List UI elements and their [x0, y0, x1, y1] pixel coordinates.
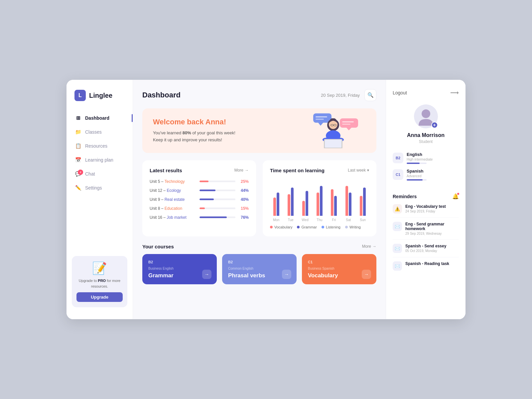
course-name: Grammar — [148, 272, 211, 279]
vocab-bar — [288, 194, 290, 216]
sidebar-item-classes[interactable]: 📁 Classes — [70, 126, 129, 138]
sidebar-label-resources: Resources — [85, 143, 107, 149]
lang-badge: C1 — [393, 169, 403, 180]
result-label: Unit 5 – Technology — [150, 179, 196, 184]
courses-more[interactable]: More → — [362, 244, 376, 249]
legend-grammar: Grammar — [297, 225, 317, 229]
result-pct: 25% — [239, 179, 249, 184]
reminder-icon: ⚠️ — [393, 204, 402, 213]
grammar-bar — [306, 191, 308, 216]
chart-day-label: Sat — [346, 218, 351, 222]
logout-label[interactable]: Logout — [393, 90, 407, 95]
course-sub: Common English — [228, 267, 291, 270]
result-pct: 15% — [239, 206, 249, 211]
chart-bars — [302, 179, 308, 216]
lang-badge: B2 — [393, 153, 403, 163]
courses-title: Your courses — [142, 244, 174, 249]
right-panel: Logout ⟶ + Anna Morrison Student B2 Engl… — [386, 80, 466, 319]
logo-icon: L — [74, 90, 86, 101]
result-label: Unit 12 – Ecology — [150, 188, 196, 193]
chart-day-label: Wed — [302, 218, 308, 222]
result-pct: 44% — [239, 188, 249, 193]
svg-marker-1 — [318, 123, 323, 126]
reminder-date: 29 Sep 2019, Wednesay — [405, 232, 459, 235]
period-select[interactable]: Last week ▾ — [348, 168, 369, 173]
sidebar-item-learning-plan[interactable]: 📅 Learning plan — [70, 154, 129, 166]
welcome-illustration — [297, 112, 363, 153]
main-content: Dashboard 20 Sep 2019, Friday 🔍 Welcome … — [133, 80, 386, 319]
course-card-1[interactable]: B2 Common English Phrasal verbs → — [222, 254, 297, 284]
grammar-bar — [277, 193, 279, 216]
logout-row: Logout ⟶ — [393, 89, 459, 96]
lang-level: High intermediate — [407, 158, 459, 161]
svg-point-19 — [422, 109, 430, 118]
course-level: B2 — [228, 260, 291, 264]
course-arrow[interactable]: → — [282, 270, 291, 279]
legend-writing: Writing — [345, 225, 361, 229]
vocab-bar — [331, 189, 333, 216]
chart-card: Time spent on learning Last week ▾ Mon T… — [263, 160, 376, 236]
result-row: Unit 16 – Job market 76% — [150, 215, 249, 220]
progress-fill — [200, 216, 227, 218]
lang-name: English — [407, 152, 459, 157]
vocab-bar — [360, 196, 362, 216]
reminder-title: Eng - Vocabulary test — [405, 204, 459, 209]
vocab-label: Vocabulary — [274, 225, 292, 229]
sidebar-item-dashboard[interactable]: ⊞ Dashboard — [70, 112, 129, 124]
course-arrow[interactable]: → — [202, 270, 211, 279]
language-row: B2 English High intermediate — [393, 152, 459, 164]
search-button[interactable]: 🔍 — [364, 89, 376, 101]
lang-progress — [407, 163, 427, 164]
writing-dot — [345, 226, 348, 228]
lang-fill — [407, 179, 423, 181]
course-card-0[interactable]: B2 Business English Grammar → — [142, 254, 217, 284]
chart-bars — [331, 179, 337, 216]
header-right: 20 Sep 2019, Friday 🔍 — [321, 89, 376, 101]
nav-badge-chat: 4 — [78, 170, 83, 175]
reminder-text: Spanish - Reading task — [405, 261, 459, 267]
upgrade-text: Upgrade to PRO for more resources. — [76, 278, 123, 289]
results-card: Latest results More → Unit 5 – Technolog… — [142, 160, 256, 236]
reminders-title: Reminders — [393, 194, 417, 199]
dashboard-icon: ⊞ — [75, 115, 81, 121]
vocab-bar — [345, 186, 348, 216]
content-grid: Latest results More → Unit 5 – Technolog… — [142, 160, 376, 236]
resources-icon: 📋 — [75, 143, 81, 149]
progress-bar — [200, 216, 235, 218]
chart-card-header: Time spent on learning Last week ▾ — [270, 168, 369, 173]
date-display: 20 Sep 2019, Friday — [321, 93, 360, 98]
sidebar-item-settings[interactable]: ✏️ Settings — [70, 182, 129, 194]
courses-header: Your courses More → — [142, 244, 376, 249]
upgrade-button[interactable]: Upgrade — [76, 292, 123, 302]
reminder-text: Eng - Vocabulary test 24 Sep 2019, Frida… — [405, 204, 459, 213]
page-title: Dashboard — [142, 91, 181, 99]
result-label: Unit 9 – Real estate — [150, 197, 196, 202]
course-card-2[interactable]: C1 Business Spanish Vocabulary → — [302, 254, 376, 284]
reminder-text: Spanish - Send essey 05 Oct 2019, Monday — [405, 244, 459, 253]
reminder-date: 24 Sep 2019, Friday — [405, 209, 459, 213]
chart-day: Tue — [284, 179, 297, 216]
chart-bars — [345, 179, 351, 216]
chart-day: Sat — [342, 179, 354, 216]
reminder-item: ⚠️ Eng - Vocabulary test 24 Sep 2019, Fr… — [393, 204, 459, 218]
logout-icon[interactable]: ⟶ — [450, 89, 459, 96]
chart-bars — [288, 179, 294, 216]
chart-day-label: Fri — [332, 218, 336, 222]
progress-fill — [200, 190, 215, 191]
vocab-bar — [302, 201, 305, 216]
sidebar-logo: L Linglee — [66, 90, 133, 112]
grammar-bar — [334, 196, 337, 216]
result-row: Unit 5 – Technology 25% — [150, 179, 249, 184]
result-label: Unit 16 – Job market — [150, 215, 196, 220]
course-arrow[interactable]: → — [362, 270, 371, 279]
sidebar-item-chat[interactable]: 💬 Chat 4 — [70, 168, 129, 180]
sidebar-item-resources[interactable]: 📋 Resources — [70, 140, 129, 152]
svg-marker-3 — [346, 128, 351, 130]
avatar-add-button[interactable]: + — [431, 122, 438, 128]
chart-visual: Mon Tue Wed Thu Fri Sat — [270, 179, 369, 222]
results-more[interactable]: More → — [234, 168, 249, 173]
avatar-wrapper: + — [414, 104, 438, 128]
chart-bars-container: Mon Tue Wed Thu Fri Sat — [270, 179, 369, 222]
result-label: Unit 8 – Education — [150, 206, 196, 211]
vocab-bar — [317, 193, 319, 216]
